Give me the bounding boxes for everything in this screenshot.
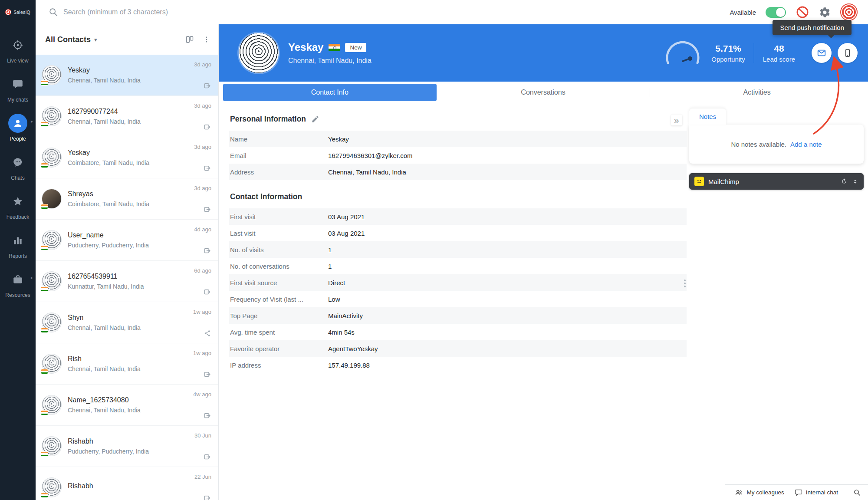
- visitor-journey-icon[interactable]: [204, 164, 211, 172]
- kebab-menu-icon[interactable]: [203, 36, 210, 43]
- tab-activities[interactable]: Activities: [650, 84, 864, 101]
- contact-summary: Rishabh: [68, 482, 93, 493]
- edit-pencil-icon[interactable]: [311, 115, 319, 123]
- list-item[interactable]: Rishabh 22 Jun: [36, 467, 218, 500]
- list-item[interactable]: Yeskay Coimbatore, Tamil Nadu, India 3d …: [36, 137, 218, 178]
- sidebar-item-resources[interactable]: Resources ▸: [0, 265, 36, 304]
- gear-icon[interactable]: [819, 7, 831, 18]
- contact-name: Yeskay: [68, 66, 141, 74]
- availability-label: Available: [730, 9, 756, 16]
- info-row: First visit 03 Aug 2021: [229, 208, 687, 225]
- sidebar-item-label: Live view: [7, 58, 28, 64]
- info-row: First visit source Direct: [229, 274, 687, 291]
- availability-toggle[interactable]: [766, 7, 786, 18]
- status-search-icon[interactable]: [847, 488, 861, 497]
- visitor-journey-icon[interactable]: [204, 412, 211, 420]
- tab-contact-info[interactable]: Contact Info: [223, 84, 437, 101]
- info-value: Chennai, Tamil Nadu, India: [328, 168, 406, 176]
- visitor-journey-icon[interactable]: [204, 329, 211, 337]
- india-flag-icon: [41, 204, 48, 209]
- avatar-image: [842, 5, 856, 19]
- contact-location: Coimbatore, Tamil Nadu, India: [68, 159, 149, 166]
- info-row: Name Yeskay: [229, 131, 687, 147]
- briefcase-icon: [8, 270, 27, 289]
- visitor-journey-icon[interactable]: [204, 288, 211, 296]
- send-push-notification-button[interactable]: [838, 43, 858, 63]
- info-value: 4min 54s: [328, 329, 355, 336]
- board-view-icon[interactable]: [185, 35, 194, 44]
- collapse-panel-button[interactable]: »: [671, 115, 682, 125]
- sidebar-item-live-view[interactable]: Live view: [0, 30, 36, 69]
- info-row: No. of conversations 1: [229, 258, 687, 274]
- list-item[interactable]: Rish Chennai, Tamil Nadu, India 1w ago: [36, 343, 218, 385]
- add-note-link[interactable]: Add a note: [790, 141, 822, 148]
- salesiq-app: SalesIQ Live view My chats People ▸: [0, 0, 868, 500]
- sidebar-item-reports[interactable]: Reports: [0, 226, 36, 265]
- contacts-list: Yeskay Chennai, Tamil Nadu, India 3d ago…: [36, 55, 218, 500]
- top-bar: Available: [36, 0, 868, 24]
- profile-avatar: [239, 33, 279, 73]
- search-input[interactable]: [63, 8, 280, 16]
- sidebar-item-people[interactable]: People ▸: [0, 109, 36, 148]
- list-item[interactable]: 1627990077244 Chennai, Tamil Nadu, India…: [36, 96, 218, 137]
- sidebar-item-my-chats[interactable]: My chats: [0, 69, 36, 109]
- mailchimp-integration-bar[interactable]: MailChimp: [689, 173, 864, 190]
- my-colleagues-button[interactable]: My colleagues: [732, 488, 786, 497]
- sidebar-item-feedback[interactable]: Feedback: [0, 187, 36, 226]
- expand-collapse-icon[interactable]: [852, 178, 858, 185]
- india-flag-icon: [41, 245, 48, 250]
- left-nav-rail: SalesIQ Live view My chats People ▸: [0, 0, 36, 500]
- visitor-journey-icon[interactable]: [204, 494, 211, 500]
- info-label: No. of visits: [230, 246, 328, 253]
- list-item[interactable]: Yeskay Chennai, Tamil Nadu, India 3d ago: [36, 55, 218, 96]
- panel-resize-handle[interactable]: [684, 280, 686, 287]
- list-item[interactable]: Shyn Chennai, Tamil Nadu, India 1w ago: [36, 302, 218, 343]
- avatar: [42, 436, 62, 456]
- info-row: Top Page MainActivity: [229, 307, 687, 324]
- refresh-icon[interactable]: [841, 178, 848, 185]
- info-row: Favorite operator AgentTwoYeskay: [229, 340, 687, 357]
- contact-name: Rish: [68, 355, 141, 363]
- visitor-journey-icon[interactable]: [204, 371, 211, 378]
- list-item[interactable]: Rishabh Puducherry, Puducherry, India 30…: [36, 426, 218, 467]
- list-item[interactable]: Shreyas Coimbatore, Tamil Nadu, India 3d…: [36, 178, 218, 220]
- visitor-journey-icon[interactable]: [204, 453, 211, 461]
- push-notification-tooltip: Send push notification: [773, 20, 852, 35]
- send-email-button[interactable]: [812, 43, 832, 63]
- personal-info-table: Name Yeskay Email 1627994636301@zylker.c…: [229, 131, 687, 180]
- contact-location: Chennai, Tamil Nadu, India: [68, 365, 141, 372]
- star-icon: [8, 192, 27, 211]
- list-item[interactable]: User_name Puducherry, Puducherry, India …: [36, 220, 218, 261]
- contacts-filter-dropdown[interactable]: All Contacts ▾: [45, 35, 97, 44]
- internal-chat-icon: [795, 489, 802, 497]
- blocked-visitors-icon[interactable]: [796, 5, 809, 19]
- india-flag-icon: [41, 369, 48, 374]
- tab-notes[interactable]: Notes: [689, 109, 726, 125]
- list-item[interactable]: 1627654539911 Kunnattur, Tamil Nadu, Ind…: [36, 261, 218, 302]
- contact-info-header: Contact Information: [230, 192, 687, 201]
- colleagues-label: My colleagues: [746, 489, 784, 496]
- contact-timestamp: 3d ago: [194, 102, 211, 109]
- visitor-journey-icon[interactable]: [204, 206, 211, 214]
- user-profile-avatar[interactable]: [840, 3, 858, 21]
- internal-chat-button[interactable]: Internal chat: [792, 489, 841, 497]
- live-view-icon: [8, 36, 27, 55]
- visitor-journey-icon[interactable]: [204, 82, 211, 90]
- list-item[interactable]: Name_1625734080 Chennai, Tamil Nadu, Ind…: [36, 385, 218, 426]
- lead-score-value: 48: [763, 43, 795, 54]
- contact-summary: 1627654539911 Kunnattur, Tamil Nadu, Ind…: [68, 273, 144, 290]
- lead-score-label: Lead score: [763, 56, 795, 63]
- brand-name: SalesIQ: [13, 10, 30, 15]
- tab-conversations[interactable]: Conversations: [437, 84, 650, 101]
- visitor-journey-icon[interactable]: [204, 247, 211, 255]
- colleagues-icon: [735, 488, 743, 497]
- contact-summary: Rish Chennai, Tamil Nadu, India: [68, 355, 141, 372]
- contact-name: Shyn: [68, 314, 141, 322]
- avatar: [42, 65, 62, 85]
- sidebar-item-chats[interactable]: Chats: [0, 148, 36, 187]
- profile-name: Yeskay: [288, 41, 323, 53]
- contact-timestamp: 22 Jun: [194, 474, 211, 480]
- visitor-journey-icon[interactable]: [204, 123, 211, 131]
- contact-name: Shreyas: [68, 190, 149, 198]
- internal-chat-label: Internal chat: [806, 489, 838, 496]
